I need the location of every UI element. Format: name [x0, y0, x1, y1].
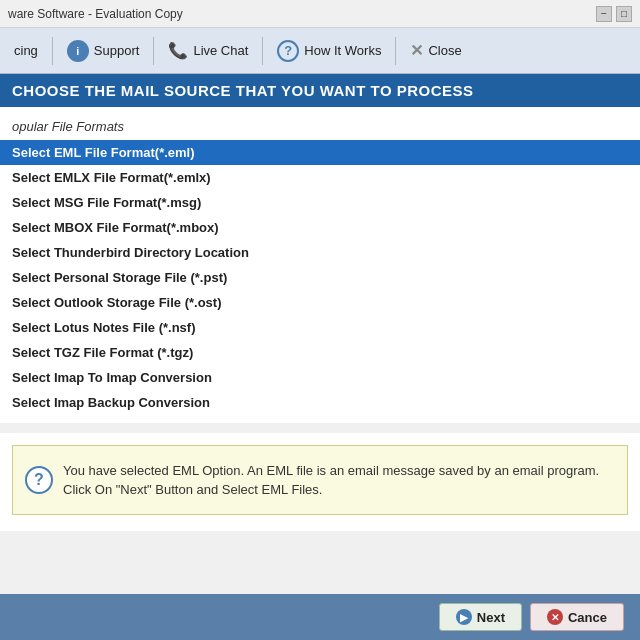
header-banner: CHOOSE THE MAIL SOURCE THAT YOU WANT TO … — [0, 74, 640, 107]
footer: ▶ Next ✕ Cance — [0, 594, 640, 640]
next-icon: ▶ — [456, 609, 472, 625]
list-item-msg[interactable]: Select MSG File Format(*.msg) — [0, 190, 640, 215]
livechat-label: Live Chat — [193, 43, 248, 58]
cancel-button[interactable]: ✕ Cance — [530, 603, 624, 631]
toolbar-item-pricing[interactable]: cing — [4, 39, 48, 62]
toolbar-divider-3 — [262, 37, 263, 65]
list-item-mbox[interactable]: Select MBOX File Format(*.mbox) — [0, 215, 640, 240]
list-item-nsf[interactable]: Select Lotus Notes File (*.nsf) — [0, 315, 640, 340]
pricing-label: cing — [14, 43, 38, 58]
minimize-button[interactable]: − — [596, 6, 612, 22]
list-item-tgz[interactable]: Select TGZ File Format (*.tgz) — [0, 340, 640, 365]
title-text: ware Software - Evaluation Copy — [8, 7, 183, 21]
section-label: opular File Formats — [0, 115, 640, 140]
toolbar-divider-2 — [153, 37, 154, 65]
list-item-imapbackup[interactable]: Select Imap Backup Conversion — [0, 390, 640, 415]
info-icon: ? — [25, 466, 53, 494]
file-format-list: Select EML File Format(*.eml)Select EMLX… — [0, 140, 640, 415]
list-item-ost[interactable]: Select Outlook Storage File (*.ost) — [0, 290, 640, 315]
howitworks-label: How It Works — [304, 43, 381, 58]
support-label: Support — [94, 43, 140, 58]
maximize-button[interactable]: □ — [616, 6, 632, 22]
list-item-eml[interactable]: Select EML File Format(*.eml) — [0, 140, 640, 165]
title-controls: − □ — [596, 6, 632, 22]
list-item-emlx[interactable]: Select EMLX File Format(*.emlx) — [0, 165, 640, 190]
close-icon: ✕ — [410, 41, 423, 60]
toolbar-divider-1 — [52, 37, 53, 65]
title-bar: ware Software - Evaluation Copy − □ — [0, 0, 640, 28]
content-area: opular File Formats Select EML File Form… — [0, 107, 640, 423]
toolbar: cing i Support 📞 Live Chat ? How It Work… — [0, 28, 640, 74]
info-text: You have selected EML Option. An EML fil… — [63, 461, 615, 500]
list-item-imap2imap[interactable]: Select Imap To Imap Conversion — [0, 365, 640, 390]
next-button[interactable]: ▶ Next — [439, 603, 522, 631]
toolbar-item-support[interactable]: i Support — [57, 36, 150, 66]
toolbar-item-close[interactable]: ✕ Close — [400, 37, 471, 64]
next-label: Next — [477, 610, 505, 625]
cancel-label: Cance — [568, 610, 607, 625]
close-label: Close — [428, 43, 461, 58]
question-icon: ? — [277, 40, 299, 62]
list-item-thunderbird[interactable]: Select Thunderbird Directory Location — [0, 240, 640, 265]
list-item-pst[interactable]: Select Personal Storage File (*.pst) — [0, 265, 640, 290]
support-icon: i — [67, 40, 89, 62]
cancel-icon: ✕ — [547, 609, 563, 625]
toolbar-divider-4 — [395, 37, 396, 65]
info-box: ? You have selected EML Option. An EML f… — [12, 445, 628, 515]
toolbar-item-howitworks[interactable]: ? How It Works — [267, 36, 391, 66]
toolbar-item-livechat[interactable]: 📞 Live Chat — [158, 37, 258, 64]
phone-icon: 📞 — [168, 41, 188, 60]
info-box-wrapper: ? You have selected EML Option. An EML f… — [0, 433, 640, 531]
